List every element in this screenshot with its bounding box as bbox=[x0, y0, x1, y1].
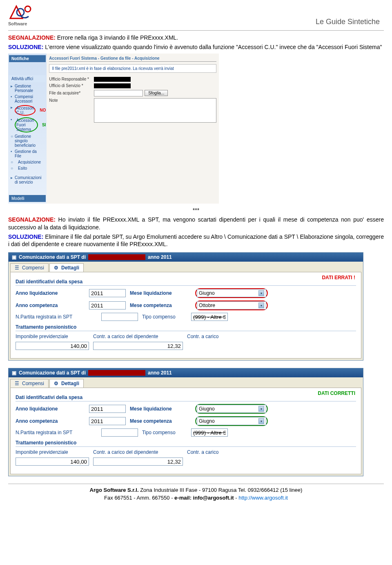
label-anno-liq: Anno liquidazione bbox=[16, 290, 85, 296]
panel-message: Il file pre2011r.xml è in fase di elabor… bbox=[49, 64, 216, 73]
label-npartita: N.Partita registrata in SPT bbox=[16, 430, 97, 435]
svg-point-1 bbox=[25, 6, 31, 12]
tab-dettagli[interactable]: ⚙ Dettagli bbox=[49, 379, 84, 388]
input-imp-prev[interactable] bbox=[16, 342, 89, 350]
input-tipo-comp[interactable] bbox=[191, 313, 228, 321]
input-anno-liq[interactable] bbox=[89, 405, 126, 413]
no-badge: NO bbox=[40, 108, 46, 112]
page-footer: Argo Software S.r.l. Zona Industriale II… bbox=[8, 484, 384, 501]
select-mese-comp[interactable]: Giugno ▾ bbox=[197, 417, 266, 425]
chevron-down-icon: ▾ bbox=[258, 303, 264, 308]
sidebar-accessori-fuori[interactable]: Accessori Fuori Sistema bbox=[9, 117, 40, 133]
footer-fax: Fax 667551 - Amm. 667550 - bbox=[104, 495, 174, 501]
soluzione-label: SOLUZIONE: bbox=[8, 233, 43, 240]
status-badge: DATI ERRATI ! bbox=[322, 275, 355, 280]
label-tipo-comp: Tipo compenso bbox=[142, 430, 187, 435]
sidebar: Notifiche Attività uffici Gestione Perso… bbox=[8, 54, 47, 204]
file-input[interactable] bbox=[94, 90, 143, 96]
input-npartita[interactable] bbox=[101, 428, 138, 437]
section-dati-spesa: Dati identificativi della spesa bbox=[16, 279, 356, 286]
input-tipo-comp[interactable] bbox=[191, 428, 228, 437]
footer-link[interactable]: http://www.argosoft.it bbox=[238, 495, 288, 501]
tabs: ☰ Compensi ⚙ Dettagli bbox=[9, 377, 363, 388]
label-contr-car: Contr. a carico bbox=[187, 334, 244, 339]
segnalazione-label: SEGNALAZIONE: bbox=[8, 216, 56, 223]
sidebar-notifiche[interactable]: Notifiche bbox=[9, 55, 46, 62]
sfoglia-button[interactable]: Sfoglia... bbox=[145, 90, 168, 96]
redacted-block bbox=[88, 254, 145, 260]
chevron-down-icon: ▾ bbox=[258, 418, 264, 424]
select-mese-liq[interactable]: Giugno ▾ bbox=[197, 405, 266, 413]
segnalazione-2: SEGNALAZIONE: Ho inviato il file PRExxxx… bbox=[8, 216, 384, 231]
list-icon: ☰ bbox=[15, 265, 20, 271]
soluzione-2: SOLUZIONE: Eliminare il file dal portale… bbox=[8, 233, 384, 249]
label-note: Note bbox=[49, 98, 94, 103]
section-dati-spesa: Dati identificativi della spesa bbox=[16, 395, 356, 401]
segnalazione-text: Ho inviato il file PRExxxx.XML a SPT, ma… bbox=[8, 216, 384, 231]
label-tipo-comp: Tipo compenso bbox=[142, 314, 187, 320]
si-badge: SI bbox=[42, 123, 46, 127]
label-contr-dip: Contr. a carico del dipendente bbox=[93, 334, 183, 339]
tab-dettagli[interactable]: ⚙ Dettagli bbox=[49, 263, 84, 272]
titlebar: ▣ Comunicazione dati a SPT di anno 2011 bbox=[9, 368, 363, 377]
segnalazione-text: Errore nella riga 3 inviando il file PRE… bbox=[56, 34, 178, 41]
sidebar-esito[interactable]: Esito bbox=[9, 165, 46, 171]
segnalazione-1: SEGNALAZIONE: Errore nella riga 3 invian… bbox=[8, 34, 384, 42]
title-anno: anno 2011 bbox=[148, 254, 172, 260]
sidebar-item[interactable]: Compensi Accessori bbox=[9, 94, 46, 104]
input-contr-dip[interactable] bbox=[93, 457, 183, 466]
dialog-dati-corretti: ▣ Comunicazione dati a SPT di anno 2011 … bbox=[8, 368, 363, 476]
panel-title: Accessori Fuori Sistema - Gestione da fi… bbox=[49, 56, 216, 62]
label-mese-liq: Mese liquidazione bbox=[130, 406, 191, 412]
input-anno-comp[interactable] bbox=[89, 301, 126, 309]
separator-stars: *** bbox=[8, 207, 384, 213]
logo-text: Software bbox=[8, 21, 33, 26]
label-anno-comp: Anno competenza bbox=[16, 418, 85, 424]
window-icon: ▣ bbox=[12, 254, 16, 260]
sidebar-attivita[interactable]: Attività uffici bbox=[9, 75, 46, 82]
logo-mark-icon bbox=[8, 4, 33, 20]
input-anno-liq[interactable] bbox=[89, 289, 126, 297]
label-file-acq: File da acquisire* bbox=[49, 91, 94, 95]
label-mese-comp: Mese competenza bbox=[130, 418, 191, 424]
soluzione-label: SOLUZIONE: bbox=[8, 44, 43, 50]
window-icon: ▣ bbox=[12, 370, 16, 376]
footer-address: Zona Industriale III Fase - 97100 Ragusa… bbox=[139, 487, 303, 493]
label-npartita: N.Partita registrata in SPT bbox=[16, 314, 97, 320]
sidebar-comunicazioni[interactable]: Comunicazioni di servizio bbox=[9, 175, 46, 185]
tab-compensi[interactable]: ☰ Compensi bbox=[10, 263, 49, 272]
section-pensionistico: Trattamento pensionistico bbox=[16, 324, 356, 331]
detail-icon: ⚙ bbox=[54, 265, 60, 271]
label-imp-prev: Imponibile previdenziale bbox=[16, 334, 89, 339]
label-anno-comp: Anno competenza bbox=[16, 303, 85, 308]
title-anno: anno 2011 bbox=[148, 370, 172, 376]
select-mese-liq[interactable]: Giugno ▾ bbox=[197, 289, 266, 297]
input-anno-comp[interactable] bbox=[89, 417, 126, 425]
sidebar-beneficiario[interactable]: Gestione singolo beneficiario bbox=[9, 133, 46, 148]
dialog-body: DATI ERRATI ! Dati identificativi della … bbox=[10, 272, 361, 359]
sidebar-acquisizione[interactable]: Acquisizione bbox=[9, 159, 46, 165]
title-prefix: Comunicazione dati a SPT di bbox=[19, 254, 86, 260]
label-anno-liq: Anno liquidazione bbox=[16, 406, 85, 412]
main-panel: Accessori Fuori Sistema - Gestione da fi… bbox=[47, 54, 219, 204]
header-separator bbox=[8, 30, 384, 31]
label-contr-dip: Contr. a carico del dipendente bbox=[93, 449, 183, 455]
input-npartita[interactable] bbox=[101, 313, 138, 321]
value-redacted bbox=[94, 77, 131, 82]
sidebar-accessori-cu[interactable]: Accessori C.U. bbox=[9, 104, 38, 117]
segnalazione-label: SEGNALAZIONE: bbox=[8, 34, 56, 41]
soluzione-1: SOLUZIONE: L'errore viene visualizzato q… bbox=[8, 43, 384, 51]
label-contr-car: Contr. a carico bbox=[187, 449, 244, 455]
soluzione-text: L'errore viene visualizzato quando quand… bbox=[43, 44, 382, 50]
sidebar-gestione-file[interactable]: Gestione da File bbox=[9, 148, 46, 159]
select-mese-comp[interactable]: Ottobre ▾ bbox=[197, 301, 266, 309]
note-textarea[interactable] bbox=[94, 98, 216, 123]
tab-compensi[interactable]: ☰ Compensi bbox=[10, 379, 49, 388]
input-contr-dip[interactable] bbox=[93, 342, 183, 350]
sidebar-modelli[interactable]: Modelli bbox=[9, 195, 46, 202]
value-redacted bbox=[94, 83, 131, 88]
sidebar-item[interactable]: Gestione Personale bbox=[9, 83, 46, 94]
input-imp-prev[interactable] bbox=[16, 457, 89, 466]
chevron-down-icon: ▾ bbox=[258, 290, 264, 296]
label-mese-comp: Mese competenza bbox=[130, 303, 191, 308]
